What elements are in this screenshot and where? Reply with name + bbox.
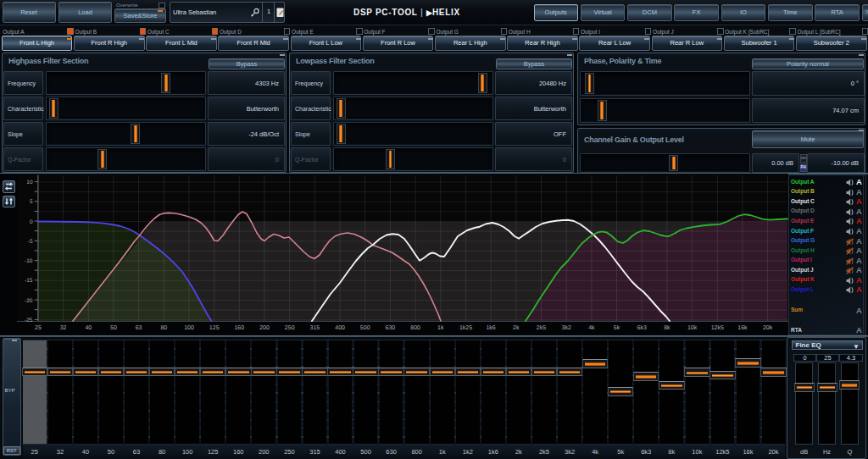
svg-text:50: 50 (110, 325, 117, 331)
svg-text:4k: 4k (588, 324, 595, 331)
svg-text:-15: -15 (25, 278, 33, 284)
svg-text:400: 400 (335, 325, 345, 331)
svg-text:800: 800 (410, 325, 420, 331)
svg-text:200: 200 (259, 325, 270, 331)
svg-text:80: 80 (160, 325, 167, 331)
svg-text:25: 25 (35, 325, 42, 331)
svg-text:315: 315 (310, 325, 320, 331)
svg-text:20k: 20k (763, 324, 773, 331)
svg-text:500: 500 (360, 325, 370, 331)
svg-text:16k: 16k (737, 324, 748, 331)
svg-text:3k2: 3k2 (562, 324, 571, 331)
svg-text:63: 63 (136, 325, 142, 331)
svg-text:8k: 8k (664, 324, 670, 331)
svg-text:630: 630 (386, 325, 396, 331)
svg-text:1k: 1k (437, 324, 444, 331)
svg-text:160: 160 (234, 325, 244, 331)
svg-text:-10: -10 (25, 258, 33, 264)
svg-text:1k6: 1k6 (486, 324, 495, 331)
svg-text:5k: 5k (614, 324, 620, 331)
svg-text:250: 250 (285, 325, 295, 331)
svg-text:1k25: 1k25 (459, 324, 472, 331)
svg-text:2k5: 2k5 (537, 324, 546, 331)
svg-text:100: 100 (184, 325, 194, 331)
svg-text:-25: -25 (25, 318, 33, 324)
svg-text:-5: -5 (28, 239, 33, 245)
svg-text:6k3: 6k3 (637, 324, 647, 331)
svg-text:5: 5 (30, 199, 33, 205)
svg-text:2k: 2k (513, 324, 520, 331)
svg-text:10: 10 (26, 180, 33, 185)
svg-text:0: 0 (30, 219, 33, 225)
svg-text:10k: 10k (687, 324, 698, 331)
svg-text:125: 125 (209, 325, 220, 331)
svg-text:-20: -20 (25, 298, 33, 304)
svg-text:32: 32 (60, 325, 67, 331)
svg-text:40: 40 (85, 325, 92, 331)
svg-text:12k5: 12k5 (711, 324, 724, 331)
